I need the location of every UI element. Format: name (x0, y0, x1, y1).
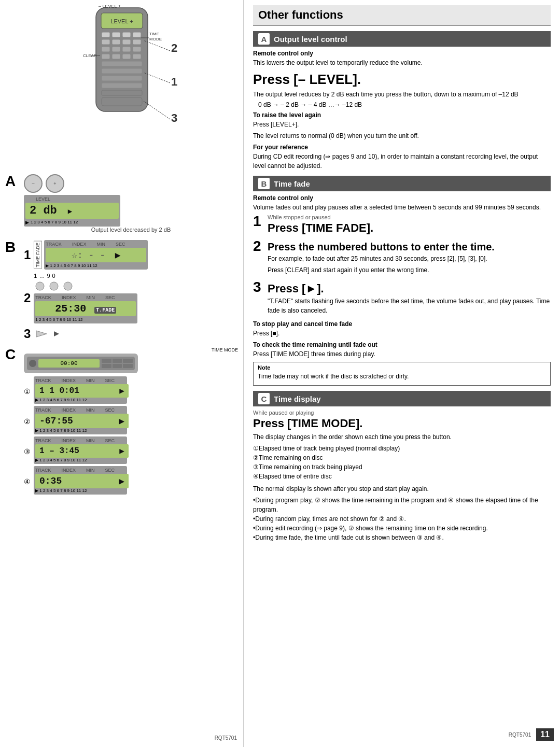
step2-row: 2 Press the numbered buttons to enter th… (253, 239, 551, 277)
model-num-right: RQT5701 (509, 732, 531, 738)
remote-label-a: Remote control only (253, 50, 551, 57)
list-item-4: ④Elapsed time of entire disc (253, 473, 332, 480)
remote-illustration: LEVEL + CLEAR TIME MODE (5, 5, 238, 171)
level-knob-right: + (46, 174, 64, 193)
remote-desc-b: Volume fades out and play pauses after a… (253, 203, 551, 212)
note-box: Note Time fade may not work if the disc … (253, 362, 551, 386)
left-panel: LEVEL + CLEAR TIME MODE (0, 0, 244, 747)
svg-rect-6 (133, 32, 141, 37)
svg-rect-24 (102, 61, 142, 66)
level-display-value: 2 db ▶ (25, 203, 119, 219)
section-c-badge: C (258, 393, 270, 404)
display-1: TRACKINDEXMINSEC 1 1 0:01 ▶ ▶ 1 2 3 4 5 … (34, 376, 127, 404)
step2-display: TRACKINDEXMINSEC 25:30 T.FADE 1 2 3 4 5 … (34, 293, 137, 323)
step3-desc: "T.FADE" starts flashing five seconds be… (268, 297, 551, 315)
svg-rect-15 (102, 54, 110, 59)
section-b-left: B 1 TIME FADE TRACKINDEXMINSEC ☆: - - ▶ (5, 240, 238, 343)
raise-label: To raise the level again (253, 111, 551, 119)
formula: 0 dB → – 2 dB → – 4 dB …→ –12 dB (258, 101, 551, 108)
time-mode-annotation: TIME MODE (24, 347, 238, 353)
note-desc: Time fade may not work if the disc is sc… (258, 372, 546, 381)
press-time-mode: Press [TIME MODE]. (253, 417, 551, 430)
section-c-letter: C (5, 347, 21, 362)
step1-while: While stopped or paused (268, 214, 551, 220)
bullet-4: •During time fade, the time until fade o… (253, 533, 551, 542)
footer: RQT5701 11 (509, 728, 554, 741)
remote-label-b: Remote control only (253, 194, 551, 202)
svg-rect-7 (102, 39, 110, 45)
list-item-2: ②Time remaining on disc (253, 454, 323, 461)
svg-rect-28 (102, 90, 142, 95)
step1-num: 1 (253, 214, 264, 229)
svg-rect-10 (133, 39, 141, 45)
time-fade-label: TIME FADE (34, 241, 42, 269)
output-caption: Output level decreased by 2 dB (24, 227, 238, 233)
section-c-while: While paused or playing (253, 410, 551, 416)
svg-text:MODE: MODE (149, 37, 162, 41)
svg-marker-40 (36, 331, 47, 337)
section-a-right: A Output level control Remote control on… (253, 31, 551, 171)
svg-text:– LEVEL +: – LEVEL + (99, 5, 121, 9)
step2-num: 2 (253, 239, 264, 253)
section-b-title: Time fade (274, 179, 310, 188)
step3-press: Press [►]. (268, 282, 551, 295)
svg-rect-9 (122, 39, 131, 45)
section-c-right: C Time display While paused or playing P… (253, 391, 551, 542)
svg-text:3: 3 (171, 111, 177, 124)
reference-desc: During CD edit recording (⇒ pages 9 and … (253, 152, 551, 171)
svg-rect-18 (133, 54, 141, 59)
bullet-3: •During edit recording (⇒ page 9), ② sho… (253, 524, 551, 533)
svg-text:TIME: TIME (149, 32, 159, 36)
svg-text:CLEAR: CLEAR (83, 53, 97, 58)
svg-rect-12 (112, 47, 120, 52)
section-c-left: C TIME MODE 00:00 (5, 347, 238, 495)
check-label: To check the time remaining until fade o… (253, 341, 551, 348)
svg-rect-14 (133, 47, 141, 52)
bullet-1: •During program play, ② shows the time r… (253, 496, 551, 514)
step1-row: 1 While stopped or paused Press [TIME FA… (253, 214, 551, 236)
display-4: TRACKINDEXMINSEC 0:35 ▶ ▶ 1 2 3 4 5 6 7 … (34, 466, 127, 495)
step2-desc2: Press [CLEAR] and start again if you ent… (268, 265, 551, 275)
svg-rect-26 (102, 76, 142, 81)
svg-point-38 (50, 282, 58, 290)
step2-desc: For example, to fade out after 25 minute… (268, 254, 551, 263)
page-title: Other functions (253, 5, 551, 26)
display-2: TRACKINDEXMINSEC -67:55 ▶ ▶ 1 2 3 4 5 6 … (34, 406, 127, 434)
model-number: RQT5701 (215, 735, 237, 741)
press-level: Press [– LEVEL]. (253, 72, 551, 88)
check-desc: Press [TIME MODE] three times during pla… (253, 349, 551, 359)
svg-rect-16 (112, 54, 120, 59)
remote-desc-a: This lowers the output level to temporar… (253, 58, 551, 67)
list-item-1: ①Elapsed time of track being played (nor… (253, 445, 400, 452)
section-c-list: ①Elapsed time of track being played (nor… (253, 444, 551, 481)
step3-content: Press [►]. "T.FADE" starts flashing five… (268, 280, 551, 317)
svg-point-39 (64, 282, 72, 290)
stop-desc: Press [■]. (253, 329, 551, 338)
svg-rect-27 (102, 83, 142, 88)
right-panel: Other functions A Output level control R… (244, 0, 560, 747)
normal-display-note: The normal display is shown after you st… (253, 484, 551, 494)
bullet-2: •During random play, times are not shown… (253, 514, 551, 524)
bullet-points: •During program play, ② shows the time r… (253, 496, 551, 542)
list-item-3: ③Time remaining on track being played (253, 463, 362, 471)
section-b-letter: B (5, 240, 21, 255)
section-b-badge: B (258, 178, 270, 189)
svg-text:2: 2 (171, 41, 177, 54)
step1-display: TRACKINDEXMINSEC ☆: - - ▶ ▶ 1 2 3 4 5 6 … (44, 240, 148, 270)
step3-row: 3 Press [►]. "T.FADE" starts flashing fi… (253, 280, 551, 317)
step1-press: Press [TIME FADE]. (268, 221, 551, 235)
level-display-box: LEVEL 2 db ▶ ▶1 2 3 4 5 6 7 8 9 10 11 12 (24, 195, 120, 227)
svg-rect-25 (102, 68, 142, 74)
raise-desc2: The level returns to normal (0 dB) when … (253, 131, 551, 140)
section-a-badge: A (258, 33, 270, 45)
svg-rect-17 (122, 54, 131, 59)
svg-rect-5 (122, 32, 131, 37)
svg-marker-41 (54, 331, 59, 336)
reference-label: For your reference (253, 144, 551, 151)
step1-content: While stopped or paused Press [TIME FADE… (268, 214, 551, 236)
svg-rect-4 (112, 32, 120, 37)
level-knob-left: – (24, 174, 43, 193)
section-b-right: B Time fade Remote control only Volume f… (253, 176, 551, 386)
svg-point-37 (36, 282, 44, 290)
section-a-left: A – + LEVEL 2 db ▶ (5, 174, 238, 236)
